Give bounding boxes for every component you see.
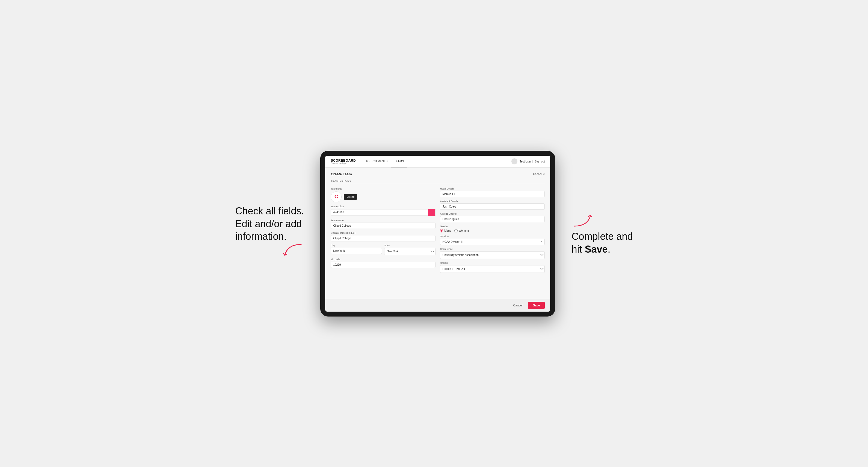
sign-out-link[interactable]: Sign out: [535, 160, 545, 163]
head-coach-input[interactable]: [440, 191, 545, 197]
region-chevron-icon[interactable]: ▾: [542, 268, 544, 270]
city-input[interactable]: [331, 248, 382, 254]
region-select-wrapper: Region II - (M) DIII ✕ ▾: [440, 265, 545, 273]
region-group: Region Region II - (M) DIII ✕ ▾: [440, 261, 545, 273]
division-group: Division NCAA Division III: [440, 235, 545, 245]
team-colour-label: Team colour: [331, 205, 435, 208]
upload-button[interactable]: Upload: [344, 194, 357, 199]
team-logo-label: Team logo: [331, 187, 435, 190]
gender-label: Gender: [440, 225, 545, 228]
avatar: [512, 158, 518, 164]
left-line3: information.: [235, 230, 304, 243]
city-label: City: [331, 244, 382, 247]
left-line1: Check all fields.: [235, 205, 304, 218]
assistant-coach-group: Assistant Coach: [440, 200, 545, 210]
gender-womens-label[interactable]: Womens: [454, 229, 469, 232]
team-logo-group: Team logo C Upload: [331, 187, 435, 203]
right-line1: Complete and: [571, 230, 633, 243]
page-title: Create Team: [331, 172, 352, 176]
close-icon: ✕: [542, 173, 545, 176]
zip-label: Zip code: [331, 258, 435, 261]
color-swatch[interactable]: [428, 209, 435, 216]
conference-value: University Athletic Association: [442, 253, 478, 256]
display-name-group: Display name (unique): [331, 231, 435, 242]
page-header: Create Team Cancel ✕: [331, 172, 545, 176]
display-name-input[interactable]: [331, 235, 435, 242]
athletic-director-label: Athletic Director: [440, 213, 545, 215]
arrow-right-svg: [571, 211, 593, 227]
cancel-footer-button[interactable]: Cancel: [510, 302, 526, 309]
tablet-screen: SCOREBOARD Powered by clippd TOURNAMENTS…: [325, 156, 550, 312]
logo-upload-area: C Upload: [331, 191, 435, 203]
team-name-group: Team name: [331, 219, 435, 229]
athletic-director-group: Athletic Director: [440, 213, 545, 222]
conference-clear-icon[interactable]: ✕: [539, 254, 542, 256]
team-name-input[interactable]: [331, 223, 435, 229]
city-state-row: City State New York: [331, 244, 435, 255]
nav-tournaments[interactable]: TOURNAMENTS: [362, 156, 391, 168]
form-col-right: Head Coach Assistant Coach Athletic Dire…: [440, 187, 545, 273]
gender-mens-text: Mens: [444, 229, 451, 232]
nav-right: Test User | Sign out: [512, 158, 545, 164]
state-chevron-icon[interactable]: ▾: [433, 250, 434, 253]
color-input-row: [331, 209, 435, 216]
cancel-header-button[interactable]: Cancel ✕: [533, 173, 545, 176]
save-button[interactable]: Save: [528, 302, 545, 309]
gender-mens-label[interactable]: Mens: [440, 229, 451, 232]
conference-label: Conference: [440, 248, 545, 250]
team-colour-input[interactable]: [331, 209, 428, 216]
assistant-coach-input[interactable]: [440, 204, 545, 210]
state-select-field[interactable]: New York: [384, 248, 435, 255]
athletic-director-input[interactable]: [440, 216, 545, 222]
user-name: Test User |: [520, 160, 533, 163]
head-coach-label: Head Coach: [440, 187, 545, 190]
logo-circle: C: [331, 191, 342, 203]
conference-select-field[interactable]: University Athletic Association: [440, 251, 545, 259]
city-group: City: [331, 244, 382, 255]
state-group: State New York ✕ ▾: [384, 244, 435, 255]
state-select-wrapper: New York ✕ ▾: [384, 248, 435, 255]
logo-area: SCOREBOARD Powered by clippd: [331, 159, 356, 164]
display-name-label: Display name (unique): [331, 231, 435, 234]
content-area: Create Team Cancel ✕ TEAM DETAILS Team l…: [325, 168, 550, 299]
division-select[interactable]: NCAA Division III: [440, 239, 545, 245]
head-coach-group: Head Coach: [440, 187, 545, 197]
region-label: Region: [440, 261, 545, 264]
gender-womens-text: Womens: [459, 229, 469, 232]
right-save-word: Save: [585, 244, 608, 255]
form-grid: Team logo C Upload Team colour: [331, 187, 545, 273]
nav-links: TOURNAMENTS TEAMS: [362, 156, 512, 168]
conference-select-wrapper: University Athletic Association ✕ ▾: [440, 251, 545, 259]
assistant-coach-label: Assistant Coach: [440, 200, 545, 203]
city-state-group: City State New York: [331, 244, 435, 255]
team-colour-group: Team colour: [331, 205, 435, 216]
zip-code-group: Zip code: [331, 258, 435, 268]
form-col-left: Team logo C Upload Team colour: [331, 187, 435, 273]
gender-radio-group: Mens Womens: [440, 229, 545, 232]
division-select-wrapper: NCAA Division III: [440, 239, 545, 245]
left-annotation: Check all fields. Edit and/or add inform…: [235, 205, 304, 262]
right-annotation: Complete and hit Save.: [571, 211, 633, 256]
region-value: Region II - (M) DIII: [442, 268, 465, 270]
state-label: State: [384, 244, 435, 247]
region-clear-icon[interactable]: ✕: [539, 268, 542, 270]
region-controls: ✕ ▾: [539, 268, 544, 270]
state-value: New York: [386, 250, 398, 253]
conference-chevron-icon[interactable]: ▾: [542, 254, 544, 256]
gender-mens-radio[interactable]: [440, 229, 443, 232]
gender-womens-radio[interactable]: [454, 229, 458, 232]
zip-input[interactable]: [331, 261, 435, 268]
nav-teams[interactable]: TEAMS: [391, 156, 407, 168]
region-select-field[interactable]: Region II - (M) DIII: [440, 265, 545, 273]
state-clear-icon[interactable]: ✕: [430, 250, 433, 253]
division-label: Division: [440, 235, 545, 238]
modal-footer: Cancel Save: [325, 299, 550, 312]
right-line2: hit Save.: [571, 243, 633, 256]
conference-group: Conference University Athletic Associati…: [440, 248, 545, 259]
conference-controls: ✕ ▾: [539, 254, 544, 256]
left-line2: Edit and/or add: [235, 218, 304, 230]
tablet-frame: SCOREBOARD Powered by clippd TOURNAMENTS…: [320, 151, 555, 316]
logo-subtitle: Powered by clippd: [331, 162, 356, 164]
state-controls: ✕ ▾: [430, 250, 434, 253]
section-label: TEAM DETAILS: [331, 180, 545, 184]
